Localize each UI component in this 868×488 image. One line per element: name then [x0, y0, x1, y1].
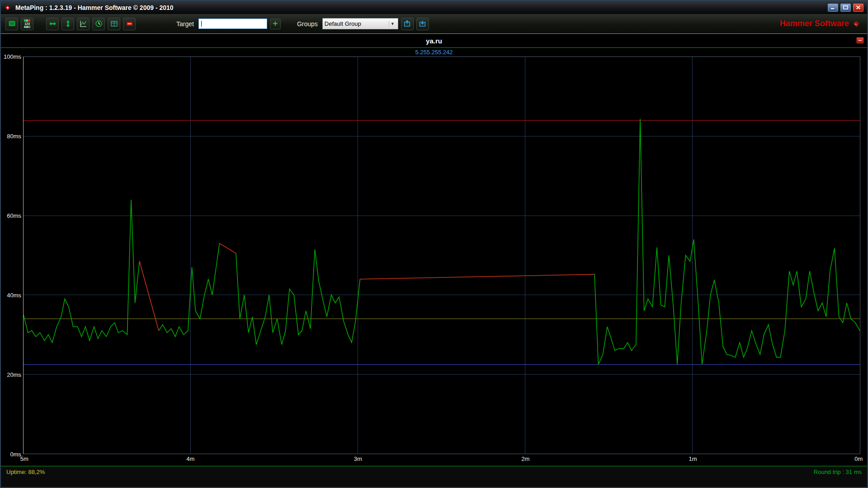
hostname-ip-toggle-button[interactable]: 123 ABC [21, 18, 33, 30]
x-axis-tick-label: 3m [354, 455, 362, 462]
ping-chart-svg [24, 57, 860, 454]
collapse-host-button[interactable] [856, 37, 864, 44]
target-input-wrap [198, 19, 267, 29]
graph-mode-button[interactable] [77, 18, 90, 30]
host-monitor-icon [8, 20, 16, 28]
y-axis-tick-label: 0ms [10, 451, 21, 458]
brand-name: Hammer Software [780, 19, 849, 28]
maximize-button[interactable] [840, 4, 851, 12]
add-target-button[interactable]: + [270, 19, 281, 29]
minimize-icon [830, 5, 835, 9]
ping-series-segment-ok [594, 119, 860, 364]
x-axis-tick-label: 0m [854, 455, 863, 462]
metaping-app-icon [4, 4, 12, 12]
y-axis-labels: 100ms80ms60ms40ms20ms0ms [1, 56, 23, 454]
chevron-down-icon: ▾ [389, 21, 396, 27]
status-bar: Uptime: 88,2% Round trip : 31 ms [1, 466, 867, 487]
target-input[interactable] [198, 19, 267, 29]
ping-chart[interactable] [23, 56, 860, 454]
ping-series-segment-timeout [140, 261, 159, 331]
export-group-icon [403, 20, 411, 28]
x-axis-tick-label: 1m [689, 455, 697, 462]
ping-series-segment-timeout [220, 244, 236, 253]
group-save-button[interactable] [401, 18, 414, 30]
close-button[interactable] [853, 4, 863, 12]
host-panel: ya.ru 5.255.255.242 100ms80ms60ms40ms20m… [1, 34, 867, 466]
x-axis-labels: 5m4m3m2m1m0m [23, 454, 860, 466]
y-axis-tick-label: 60ms [7, 212, 21, 219]
minus-icon [858, 39, 862, 42]
groups-label: Groups [297, 20, 318, 28]
fit-horizontal-button[interactable] [46, 18, 59, 30]
import-group-icon [419, 20, 426, 28]
ping-series-segment-ok [24, 200, 140, 343]
uptime-status: Uptime: 88,2% [6, 469, 45, 475]
window-title: MetaPing : 1.2.3.19 - Hammer Software © … [15, 4, 174, 11]
title-bar: MetaPing : 1.2.3.19 - Hammer Software © … [1, 1, 867, 14]
horizontal-arrows-icon [49, 20, 57, 28]
grid-table-icon [110, 20, 118, 28]
brand: Hammer Software [780, 19, 863, 28]
groups-dropdown[interactable]: Default Group ▾ [322, 18, 398, 29]
remove-host-button[interactable] [123, 18, 136, 30]
host-ip: 5.255.255.242 [415, 49, 453, 56]
ping-series-segment-ok [159, 244, 219, 337]
round-trip-status: Round trip : 31 ms [814, 469, 862, 475]
clock-icon [95, 20, 103, 28]
window-controls [828, 4, 864, 12]
x-axis-tick-label: 4m [186, 455, 194, 462]
y-axis-tick-label: 80ms [7, 133, 21, 140]
maximize-icon [843, 5, 848, 9]
x-axis-tick-label: 5m [20, 455, 28, 462]
time-range-button[interactable] [92, 18, 105, 30]
vertical-arrows-icon [64, 20, 72, 28]
letters-glyph-icon: ABC [24, 25, 30, 28]
groups-dropdown-value: Default Group [325, 20, 389, 27]
color-strip-icon [24, 19, 30, 22]
grid-view-button[interactable] [108, 18, 120, 30]
group-load-button[interactable] [416, 18, 429, 30]
minimize-button[interactable] [828, 4, 838, 12]
x-axis-tick-label: 2m [521, 455, 529, 462]
ping-series-segment-ok [236, 249, 360, 345]
y-axis-tick-label: 20ms [7, 371, 21, 378]
metaping-window: MetaPing : 1.2.3.19 - Hammer Software © … [0, 0, 868, 488]
hosts-view-button[interactable] [5, 18, 18, 30]
hammer-software-logo-icon [852, 19, 861, 28]
y-axis-tick-label: 100ms [4, 53, 21, 60]
line-chart-icon [80, 20, 87, 28]
plot-wrap: 100ms80ms60ms40ms20ms0ms [1, 56, 867, 454]
ping-series-segment-timeout [360, 274, 594, 279]
numbers-glyph-icon: 123 [24, 22, 30, 25]
red-minus-icon [126, 20, 133, 28]
host-ip-row: 5.255.255.242 [1, 48, 867, 56]
host-name: ya.ru [426, 37, 442, 45]
target-label: Target [176, 20, 194, 28]
host-header: ya.ru [1, 34, 867, 47]
y-axis-tick-label: 40ms [7, 292, 21, 299]
toolbar: 123 ABC [1, 14, 867, 34]
fit-vertical-button[interactable] [61, 18, 74, 30]
close-icon [856, 5, 861, 9]
